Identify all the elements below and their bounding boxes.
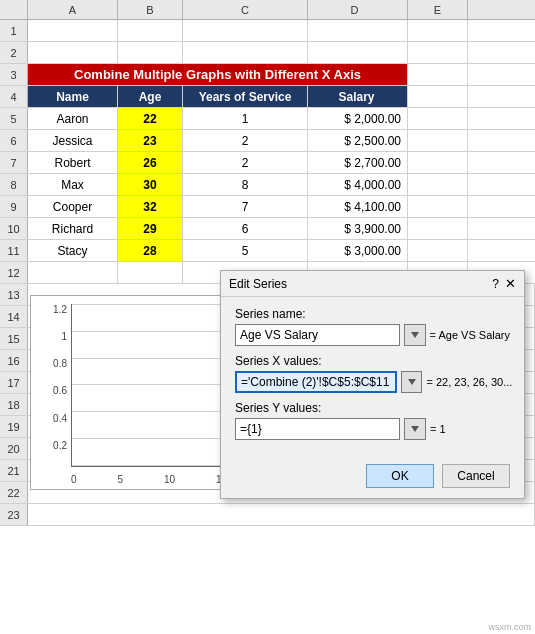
cell-cooper-name[interactable]: Cooper	[28, 196, 118, 217]
cell-jessica-name[interactable]: Jessica	[28, 130, 118, 151]
cell-richard-years[interactable]: 6	[183, 218, 308, 239]
row-num-19: 19	[0, 416, 28, 437]
cell-stacy-age[interactable]: 28	[118, 240, 183, 261]
cell-23[interactable]	[28, 504, 535, 525]
cell-aaron-age[interactable]: 22	[118, 108, 183, 129]
cell-8f[interactable]	[408, 174, 468, 195]
cell-cooper-age[interactable]: 32	[118, 196, 183, 217]
cell-2e[interactable]	[308, 42, 408, 63]
cell-jessica-years[interactable]: 2	[183, 130, 308, 151]
dialog-help-button[interactable]: ?	[492, 277, 499, 291]
row-num-14: 14	[0, 306, 28, 327]
cell-richard-age[interactable]: 29	[118, 218, 183, 239]
series-y-input[interactable]	[235, 418, 400, 440]
cell-robert-years[interactable]: 2	[183, 152, 308, 173]
cell-11f[interactable]	[408, 240, 468, 261]
cell-robert-age[interactable]: 26	[118, 152, 183, 173]
y-label-1: 1	[61, 331, 67, 342]
row-num-15: 15	[0, 328, 28, 349]
table-row: 3 Combine Multiple Graphs with Different…	[0, 64, 535, 86]
cancel-button[interactable]: Cancel	[442, 464, 510, 488]
series-name-input[interactable]	[235, 324, 400, 346]
cell-10f[interactable]	[408, 218, 468, 239]
cell-richard-name[interactable]: Richard	[28, 218, 118, 239]
cell-1c[interactable]	[118, 20, 183, 41]
cell-1e[interactable]	[308, 20, 408, 41]
row-num-8: 8	[0, 174, 28, 195]
cell-2c[interactable]	[118, 42, 183, 63]
dialog-title: Edit Series	[229, 277, 287, 291]
series-y-input-row: = 1	[235, 418, 510, 440]
cell-richard-salary[interactable]: $ 3,900.00	[308, 218, 408, 239]
x-label-0: 0	[71, 474, 77, 485]
svg-marker-0	[411, 332, 419, 338]
cell-cooper-salary[interactable]: $ 4,100.00	[308, 196, 408, 217]
cell-cooper-years[interactable]: 7	[183, 196, 308, 217]
col-header-a: A	[28, 0, 118, 19]
cell-1b[interactable]	[28, 20, 118, 41]
cell-12c[interactable]	[118, 262, 183, 283]
cell-1d[interactable]	[183, 20, 308, 41]
cell-3f[interactable]	[408, 64, 468, 85]
header-years: Years of Service	[183, 86, 308, 107]
cell-7f[interactable]	[408, 152, 468, 173]
series-name-input-row: = Age VS Salary	[235, 324, 510, 346]
header-salary: Salary	[308, 86, 408, 107]
col-header-d: D	[308, 0, 408, 19]
row-num-13: 13	[0, 284, 28, 305]
row-num-20: 20	[0, 438, 28, 459]
header-name: Name	[28, 86, 118, 107]
cell-12b[interactable]	[28, 262, 118, 283]
ok-button[interactable]: OK	[366, 464, 434, 488]
cell-2b[interactable]	[28, 42, 118, 63]
series-name-row: Series name: = Age VS Salary	[235, 307, 510, 346]
cell-jessica-age[interactable]: 23	[118, 130, 183, 151]
cell-2f[interactable]	[408, 42, 468, 63]
cell-max-age[interactable]: 30	[118, 174, 183, 195]
row-num-23: 23	[0, 504, 28, 525]
cell-max-salary[interactable]: $ 4,000.00	[308, 174, 408, 195]
cell-9f[interactable]	[408, 196, 468, 217]
series-y-row: Series Y values: = 1	[235, 401, 510, 440]
row-num-9: 9	[0, 196, 28, 217]
cell-aaron-name[interactable]: Aaron	[28, 108, 118, 129]
cell-5f[interactable]	[408, 108, 468, 129]
series-x-collapse-button[interactable]	[401, 371, 422, 393]
header-age: Age	[118, 86, 183, 107]
y-label-0.4: 0.4	[53, 413, 67, 424]
cell-stacy-salary[interactable]: $ 3,000.00	[308, 240, 408, 261]
series-x-row: Series X values: = 22, 23, 26, 30...	[235, 354, 510, 393]
cell-max-years[interactable]: 8	[183, 174, 308, 195]
cell-stacy-years[interactable]: 5	[183, 240, 308, 261]
row-num-2: 2	[0, 42, 28, 63]
cell-stacy-name[interactable]: Stacy	[28, 240, 118, 261]
column-headers: A B C D E	[0, 0, 535, 20]
row-num-12: 12	[0, 262, 28, 283]
table-row: 6 Jessica 23 2 $ 2,500.00	[0, 130, 535, 152]
y-label-0.6: 0.6	[53, 385, 67, 396]
series-name-equals: = Age VS Salary	[430, 329, 510, 341]
table-row: 11 Stacy 28 5 $ 3,000.00	[0, 240, 535, 262]
cell-robert-salary[interactable]: $ 2,700.00	[308, 152, 408, 173]
cell-4f[interactable]	[408, 86, 468, 107]
cell-6f[interactable]	[408, 130, 468, 151]
table-row: 2	[0, 42, 535, 64]
cell-robert-name[interactable]: Robert	[28, 152, 118, 173]
cell-jessica-salary[interactable]: $ 2,500.00	[308, 130, 408, 151]
row-num-11: 11	[0, 240, 28, 261]
table-row: 10 Richard 29 6 $ 3,900.00	[0, 218, 535, 240]
cell-2d[interactable]	[183, 42, 308, 63]
dialog-title-bar: Edit Series ? ✕	[221, 271, 524, 297]
x-label-10: 10	[164, 474, 175, 485]
cell-aaron-salary[interactable]: $ 2,000.00	[308, 108, 408, 129]
series-y-collapse-button[interactable]	[404, 418, 426, 440]
spreadsheet-title: Combine Multiple Graphs with Different X…	[28, 64, 408, 85]
cell-max-name[interactable]: Max	[28, 174, 118, 195]
row-num-22: 22	[0, 482, 28, 503]
dialog-close-button[interactable]: ✕	[505, 276, 516, 291]
series-name-label: Series name:	[235, 307, 510, 321]
cell-aaron-years[interactable]: 1	[183, 108, 308, 129]
series-x-input[interactable]	[235, 371, 397, 393]
series-name-collapse-button[interactable]	[404, 324, 426, 346]
cell-1f[interactable]	[408, 20, 468, 41]
